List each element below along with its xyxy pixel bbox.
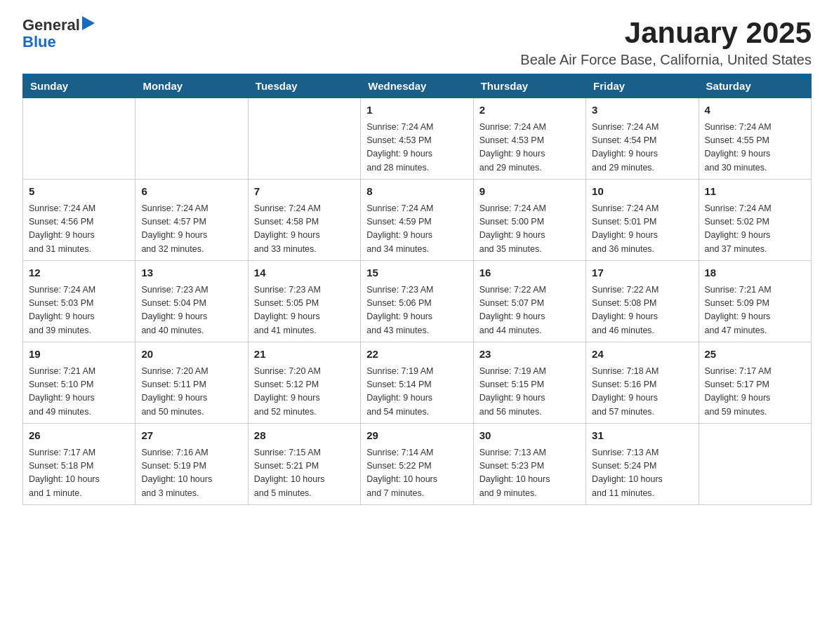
day-info: Sunrise: 7:21 AM Sunset: 5:09 PM Dayligh… <box>705 283 805 338</box>
calendar-cell: 25Sunrise: 7:17 AM Sunset: 5:17 PM Dayli… <box>699 342 811 424</box>
svg-marker-0 <box>82 16 95 30</box>
calendar-week-row: 19Sunrise: 7:21 AM Sunset: 5:10 PM Dayli… <box>23 342 812 424</box>
day-info: Sunrise: 7:24 AM Sunset: 5:02 PM Dayligh… <box>705 202 805 257</box>
calendar-cell: 8Sunrise: 7:24 AM Sunset: 4:59 PM Daylig… <box>361 180 473 261</box>
day-number: 27 <box>141 428 241 444</box>
day-number: 2 <box>479 102 580 119</box>
day-number: 26 <box>29 428 129 444</box>
calendar-cell: 11Sunrise: 7:24 AM Sunset: 5:02 PM Dayli… <box>699 180 811 261</box>
calendar-cell: 15Sunrise: 7:23 AM Sunset: 5:06 PM Dayli… <box>361 261 473 342</box>
day-info: Sunrise: 7:23 AM Sunset: 5:06 PM Dayligh… <box>366 283 467 338</box>
calendar-cell: 3Sunrise: 7:24 AM Sunset: 4:54 PM Daylig… <box>586 98 699 180</box>
day-number: 6 <box>141 184 241 200</box>
calendar-cell: 31Sunrise: 7:13 AM Sunset: 5:24 PM Dayli… <box>586 424 699 505</box>
day-number: 19 <box>29 347 129 363</box>
day-number: 17 <box>592 265 692 281</box>
calendar-cell: 19Sunrise: 7:21 AM Sunset: 5:10 PM Dayli… <box>23 342 135 424</box>
logo: General Blue <box>22 17 95 51</box>
day-info: Sunrise: 7:24 AM Sunset: 4:53 PM Dayligh… <box>366 121 467 175</box>
calendar-cell: 12Sunrise: 7:24 AM Sunset: 5:03 PM Dayli… <box>23 261 135 342</box>
day-info: Sunrise: 7:19 AM Sunset: 5:14 PM Dayligh… <box>366 365 467 420</box>
day-of-week-header: Tuesday <box>248 74 360 98</box>
calendar-cell: 18Sunrise: 7:21 AM Sunset: 5:09 PM Dayli… <box>699 261 811 342</box>
calendar-cell: 10Sunrise: 7:24 AM Sunset: 5:01 PM Dayli… <box>586 180 699 261</box>
day-info: Sunrise: 7:13 AM Sunset: 5:23 PM Dayligh… <box>479 446 580 501</box>
day-of-week-header: Wednesday <box>361 74 473 98</box>
day-number: 18 <box>705 265 805 281</box>
day-number: 9 <box>479 184 580 200</box>
calendar-week-row: 12Sunrise: 7:24 AM Sunset: 5:03 PM Dayli… <box>23 261 812 342</box>
day-number: 5 <box>29 184 129 200</box>
day-number: 3 <box>592 102 692 119</box>
day-info: Sunrise: 7:18 AM Sunset: 5:16 PM Dayligh… <box>592 365 692 420</box>
day-of-week-header: Monday <box>135 74 248 98</box>
day-info: Sunrise: 7:24 AM Sunset: 4:56 PM Dayligh… <box>29 202 129 257</box>
day-info: Sunrise: 7:20 AM Sunset: 5:12 PM Dayligh… <box>254 365 355 420</box>
day-number: 21 <box>254 347 355 363</box>
calendar-cell: 22Sunrise: 7:19 AM Sunset: 5:14 PM Dayli… <box>361 342 473 424</box>
day-number: 23 <box>479 347 580 363</box>
day-number: 15 <box>366 265 467 281</box>
day-number: 29 <box>366 428 467 444</box>
calendar-cell: 17Sunrise: 7:22 AM Sunset: 5:08 PM Dayli… <box>586 261 699 342</box>
calendar-cell: 1Sunrise: 7:24 AM Sunset: 4:53 PM Daylig… <box>361 98 473 180</box>
day-of-week-header: Thursday <box>473 74 585 98</box>
day-number: 13 <box>141 265 241 281</box>
day-info: Sunrise: 7:22 AM Sunset: 5:08 PM Dayligh… <box>592 283 692 338</box>
day-number: 16 <box>479 265 580 281</box>
day-info: Sunrise: 7:17 AM Sunset: 5:18 PM Dayligh… <box>29 446 129 501</box>
day-of-week-header: Saturday <box>699 74 811 98</box>
day-info: Sunrise: 7:16 AM Sunset: 5:19 PM Dayligh… <box>141 446 241 501</box>
day-number: 20 <box>141 347 241 363</box>
calendar-cell: 23Sunrise: 7:19 AM Sunset: 5:15 PM Dayli… <box>473 342 585 424</box>
day-info: Sunrise: 7:23 AM Sunset: 5:04 PM Dayligh… <box>141 283 241 338</box>
day-headers-row: SundayMondayTuesdayWednesdayThursdayFrid… <box>23 74 812 98</box>
calendar-cell: 30Sunrise: 7:13 AM Sunset: 5:23 PM Dayli… <box>473 424 585 505</box>
calendar-week-row: 1Sunrise: 7:24 AM Sunset: 4:53 PM Daylig… <box>23 98 812 180</box>
logo-general-text: General <box>22 17 80 34</box>
day-number: 11 <box>705 184 805 200</box>
calendar-cell <box>699 424 811 505</box>
day-number: 4 <box>705 102 805 119</box>
logo-blue-text: Blue <box>22 34 95 51</box>
title-block: January 2025 Beale Air Force Base, Calif… <box>520 17 812 68</box>
day-info: Sunrise: 7:15 AM Sunset: 5:21 PM Dayligh… <box>254 446 355 501</box>
day-info: Sunrise: 7:14 AM Sunset: 5:22 PM Dayligh… <box>366 446 467 501</box>
calendar-cell: 26Sunrise: 7:17 AM Sunset: 5:18 PM Dayli… <box>23 424 135 505</box>
day-number: 30 <box>479 428 580 444</box>
day-info: Sunrise: 7:24 AM Sunset: 4:58 PM Dayligh… <box>254 202 355 257</box>
calendar-cell <box>248 98 360 180</box>
day-info: Sunrise: 7:13 AM Sunset: 5:24 PM Dayligh… <box>592 446 692 501</box>
day-number: 14 <box>254 265 355 281</box>
day-info: Sunrise: 7:22 AM Sunset: 5:07 PM Dayligh… <box>479 283 580 338</box>
day-info: Sunrise: 7:24 AM Sunset: 4:54 PM Dayligh… <box>592 121 692 175</box>
calendar-subtitle: Beale Air Force Base, California, United… <box>520 52 812 68</box>
day-number: 24 <box>592 347 692 363</box>
day-number: 31 <box>592 428 692 444</box>
day-info: Sunrise: 7:24 AM Sunset: 4:55 PM Dayligh… <box>705 121 805 175</box>
logo-arrow-icon <box>82 16 95 30</box>
day-number: 12 <box>29 265 129 281</box>
calendar-cell: 21Sunrise: 7:20 AM Sunset: 5:12 PM Dayli… <box>248 342 360 424</box>
day-of-week-header: Friday <box>586 74 699 98</box>
calendar-body: 1Sunrise: 7:24 AM Sunset: 4:53 PM Daylig… <box>23 98 812 505</box>
day-number: 10 <box>592 184 692 200</box>
calendar-cell: 29Sunrise: 7:14 AM Sunset: 5:22 PM Dayli… <box>361 424 473 505</box>
calendar-cell: 14Sunrise: 7:23 AM Sunset: 5:05 PM Dayli… <box>248 261 360 342</box>
day-info: Sunrise: 7:24 AM Sunset: 4:57 PM Dayligh… <box>141 202 241 257</box>
calendar-cell <box>23 98 135 180</box>
calendar-table: SundayMondayTuesdayWednesdayThursdayFrid… <box>22 74 812 505</box>
calendar-cell: 24Sunrise: 7:18 AM Sunset: 5:16 PM Dayli… <box>586 342 699 424</box>
calendar-cell: 7Sunrise: 7:24 AM Sunset: 4:58 PM Daylig… <box>248 180 360 261</box>
calendar-cell: 16Sunrise: 7:22 AM Sunset: 5:07 PM Dayli… <box>473 261 585 342</box>
calendar-cell: 5Sunrise: 7:24 AM Sunset: 4:56 PM Daylig… <box>23 180 135 261</box>
calendar-cell: 27Sunrise: 7:16 AM Sunset: 5:19 PM Dayli… <box>135 424 248 505</box>
calendar-cell: 2Sunrise: 7:24 AM Sunset: 4:53 PM Daylig… <box>473 98 585 180</box>
calendar-cell: 28Sunrise: 7:15 AM Sunset: 5:21 PM Dayli… <box>248 424 360 505</box>
day-info: Sunrise: 7:23 AM Sunset: 5:05 PM Dayligh… <box>254 283 355 338</box>
calendar-title: January 2025 <box>520 17 812 49</box>
day-of-week-header: Sunday <box>23 74 135 98</box>
day-number: 7 <box>254 184 355 200</box>
day-info: Sunrise: 7:20 AM Sunset: 5:11 PM Dayligh… <box>141 365 241 420</box>
day-info: Sunrise: 7:19 AM Sunset: 5:15 PM Dayligh… <box>479 365 580 420</box>
